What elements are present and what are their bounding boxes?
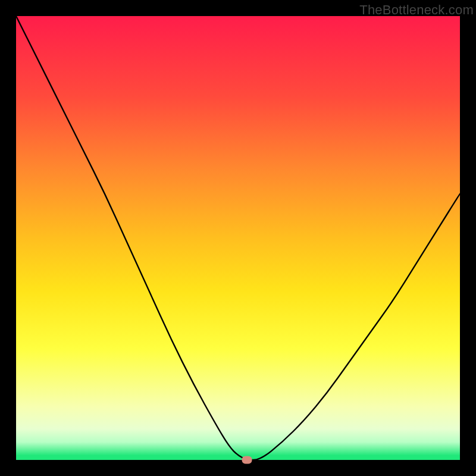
bottleneck-curve-line xyxy=(16,16,460,460)
optimum-marker xyxy=(242,456,252,464)
watermark-text: TheBottleneck.com xyxy=(359,2,474,18)
chart-curve-layer xyxy=(16,16,460,460)
